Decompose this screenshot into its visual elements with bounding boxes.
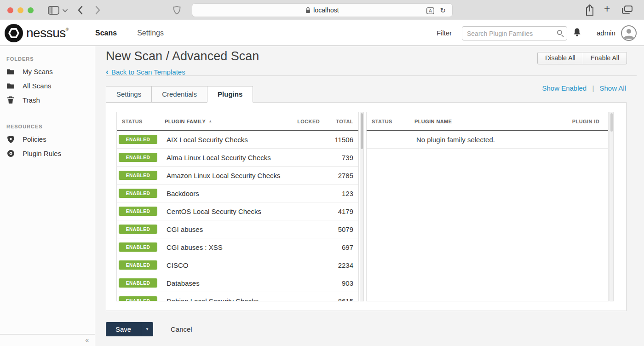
scrollbar-thumb[interactable] [361,113,363,149]
show-enabled-link[interactable]: Show Enabled [542,84,586,92]
table-row[interactable]: ENABLED CGI abuses : XSS 697 [117,238,358,256]
plugin-total: 8615 [320,297,358,302]
user-name[interactable]: admin [597,20,615,46]
table-row[interactable]: ENABLED Alma Linux Local Security Checks… [117,149,358,167]
scrollbar-thumb[interactable] [610,113,613,132]
tab-credentials[interactable]: Credentials [151,86,207,103]
folder-icon [6,82,15,89]
sidebar-item-my-scans[interactable]: My Scans [0,64,95,79]
plugin-total: 11506 [320,136,358,144]
status-badge[interactable]: ENABLED [119,189,157,198]
table-row[interactable]: ENABLED Backdoors 123 [117,185,358,202]
status-badge[interactable]: ENABLED [119,242,157,252]
tab-plugins[interactable]: Plugins [207,86,253,103]
url-text: localhost [313,6,339,14]
sidebar-item-trash[interactable]: Trash [0,93,95,107]
folders-section-title: FOLDERS [0,53,95,64]
plugins-panel: STATUS PLUGIN FAMILY ▲ LOCKED TOTAL ENAB… [106,102,627,311]
privacy-shield-icon[interactable] [173,6,181,15]
filter-button[interactable]: Filter [437,20,452,46]
status-badge[interactable]: ENABLED [119,135,157,144]
plugin-table-scrollbar[interactable] [610,112,614,301]
cancel-button[interactable]: Cancel [171,325,192,333]
plugin-family-name: AIX Local Security Checks [167,136,320,144]
tab-overview-icon[interactable] [622,6,632,14]
sidebar-item-plugin-rules[interactable]: Plugin Rules [0,146,95,161]
trash-icon [6,96,15,104]
scan-tabs: Settings Credentials Plugins [106,86,253,103]
status-badge[interactable]: ENABLED [119,296,157,301]
address-bar[interactable]: localhost A ↻ [192,3,453,17]
nessus-logo-icon [5,24,23,42]
status-badge[interactable]: ENABLED [119,225,157,234]
search-icon[interactable] [557,30,562,35]
notifications-bell-icon[interactable] [573,28,581,39]
refresh-icon[interactable]: ↻ [440,6,446,15]
column-header-total[interactable]: TOTAL [320,119,358,124]
plugin-rules-icon [6,150,15,157]
status-badge[interactable]: ENABLED [119,171,157,180]
status-badge[interactable]: ENABLED [119,153,157,162]
table-row[interactable]: ENABLED CISCO 2234 [117,256,358,274]
search-input[interactable] [462,26,567,40]
table-row[interactable]: ENABLED CGI abuses 5079 [117,220,358,238]
save-button[interactable]: Save [106,322,141,336]
sidebar-item-policies[interactable]: Policies [0,132,95,146]
status-badge[interactable]: ENABLED [119,278,157,288]
nav-scans[interactable]: Scans [95,29,117,37]
column-header-plugin-id[interactable]: PLUGIN ID [553,119,608,124]
show-all-link[interactable]: Show All [599,84,626,92]
empty-state-message: No plugin family selected. [416,136,495,144]
sidebar-toggle-icon[interactable] [48,6,59,15]
bulk-actions: Disable All Enable All [537,52,627,64]
back-button-icon[interactable] [77,6,83,15]
table-row[interactable]: ENABLED Amazon Linux Local Security Chec… [117,167,358,185]
links-separator: | [588,84,598,92]
main-content: New Scan / Advanced Scan ‹ Back to Scan … [95,46,644,346]
column-header-plugin-name[interactable]: PLUGIN NAME [414,119,553,124]
back-to-templates-link[interactable]: ‹ Back to Scan Templates [106,68,185,76]
nessus-logo[interactable]: nessus® [5,24,69,42]
forward-button-icon[interactable] [95,6,101,15]
table-row[interactable]: ENABLED CentOS Local Security Checks 417… [117,202,358,220]
plugin-total: 4179 [320,208,358,215]
column-header-status[interactable]: STATUS [117,119,165,124]
chevron-down-icon[interactable] [63,9,68,12]
plugin-family-name: Databases [167,279,320,287]
window-minimize-button[interactable] [17,7,23,13]
resources-section-title: RESOURCES [0,121,95,132]
table-row[interactable]: ENABLED AIX Local Security Checks 11506 [117,131,358,149]
plugin-family-name: Backdoors [167,190,320,197]
table-row[interactable]: ENABLED Debian Local Security Checks 861… [117,292,358,301]
plugin-total: 2234 [320,261,358,269]
policies-icon [6,135,15,144]
user-avatar[interactable] [621,25,637,41]
column-header-plugin-family[interactable]: PLUGIN FAMILY ▲ [165,119,278,124]
save-dropdown-caret-icon[interactable]: ▼ [141,322,153,336]
status-badge[interactable]: ENABLED [119,207,157,216]
plugin-family-search [462,26,567,40]
plugin-total: 697 [320,243,358,251]
translate-icon[interactable]: A [426,7,434,14]
column-header-locked[interactable]: LOCKED [278,119,320,124]
table-row[interactable]: ENABLED Databases 903 [117,274,358,292]
tab-settings[interactable]: Settings [106,86,152,103]
svg-text:A: A [429,8,432,13]
sidebar-item-all-scans[interactable]: All Scans [0,79,95,93]
disable-all-button[interactable]: Disable All [537,52,583,64]
page-title: New Scan / Advanced Scan [106,47,259,65]
window-close-button[interactable] [7,7,13,13]
plugin-family-name: Alma Linux Local Security Checks [167,154,320,161]
new-tab-icon[interactable]: + [604,3,610,15]
family-table-scrollbar[interactable] [360,112,364,301]
nav-settings[interactable]: Settings [137,29,164,37]
enable-all-button[interactable]: Enable All [583,52,627,64]
share-icon[interactable] [585,4,594,16]
status-badge[interactable]: ENABLED [119,260,157,270]
plugin-family-name: CISCO [167,261,320,269]
plugin-name-table: STATUS PLUGIN NAME PLUGIN ID No plugin f… [366,112,609,301]
sidebar-collapse-button[interactable]: « [0,334,95,346]
window-zoom-button[interactable] [28,7,34,13]
column-header-status[interactable]: STATUS [367,119,414,124]
browser-toolbar: localhost A ↻ + [0,0,644,20]
